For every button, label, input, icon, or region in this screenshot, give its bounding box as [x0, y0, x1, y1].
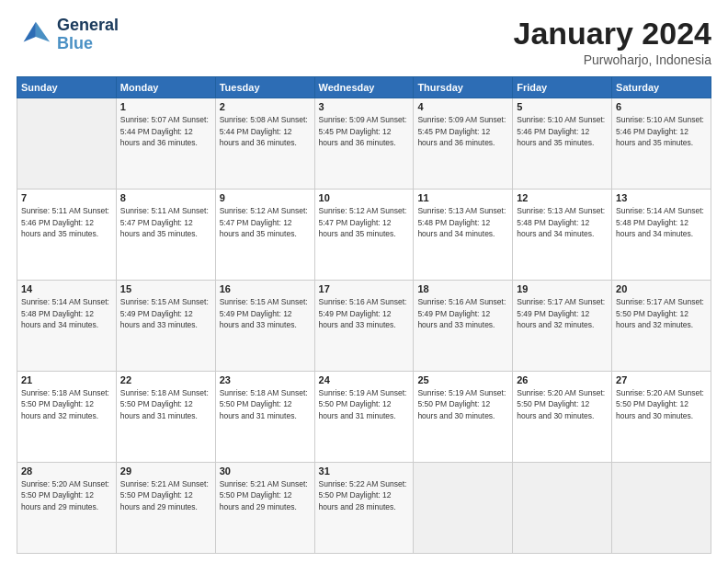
table-row: 30Sunrise: 5:21 AM Sunset: 5:50 PM Dayli… — [215, 463, 314, 554]
table-row: 6Sunrise: 5:10 AM Sunset: 5:46 PM Daylig… — [612, 98, 711, 190]
day-info: Sunrise: 5:10 AM Sunset: 5:46 PM Dayligh… — [616, 114, 707, 148]
calendar-week-row: 21Sunrise: 5:18 AM Sunset: 5:50 PM Dayli… — [17, 372, 711, 463]
calendar-week-row: 28Sunrise: 5:20 AM Sunset: 5:50 PM Dayli… — [17, 463, 711, 554]
calendar-week-row: 14Sunrise: 5:14 AM Sunset: 5:48 PM Dayli… — [17, 281, 711, 372]
svg-marker-1 — [24, 22, 36, 42]
day-info: Sunrise: 5:13 AM Sunset: 5:48 PM Dayligh… — [517, 205, 608, 239]
day-number: 3 — [319, 101, 410, 112]
day-number: 22 — [120, 374, 211, 385]
day-info: Sunrise: 5:21 AM Sunset: 5:50 PM Dayligh… — [120, 478, 211, 512]
day-info: Sunrise: 5:14 AM Sunset: 5:48 PM Dayligh… — [616, 205, 707, 239]
day-number: 28 — [21, 465, 112, 477]
day-number: 26 — [517, 374, 608, 385]
table-row: 13Sunrise: 5:14 AM Sunset: 5:48 PM Dayli… — [612, 190, 711, 281]
day-info: Sunrise: 5:16 AM Sunset: 5:49 PM Dayligh… — [417, 296, 508, 330]
table-row: 10Sunrise: 5:12 AM Sunset: 5:47 PM Dayli… — [314, 190, 414, 281]
day-number: 16 — [220, 283, 311, 294]
day-number: 30 — [220, 465, 311, 477]
table-row: 28Sunrise: 5:20 AM Sunset: 5:50 PM Dayli… — [17, 463, 117, 554]
table-row: 14Sunrise: 5:14 AM Sunset: 5:48 PM Dayli… — [17, 281, 117, 372]
table-row — [17, 98, 117, 190]
day-number: 17 — [319, 283, 410, 294]
col-monday: Monday — [116, 77, 215, 98]
day-info: Sunrise: 5:20 AM Sunset: 5:50 PM Dayligh… — [21, 478, 112, 512]
day-number: 24 — [319, 374, 410, 385]
table-row: 1Sunrise: 5:07 AM Sunset: 5:44 PM Daylig… — [116, 98, 215, 190]
day-info: Sunrise: 5:09 AM Sunset: 5:45 PM Dayligh… — [417, 114, 508, 148]
svg-marker-0 — [36, 22, 50, 42]
header: General Blue January 2024 Purwoharjo, In… — [17, 17, 711, 67]
day-number: 15 — [120, 283, 211, 294]
day-number: 23 — [220, 374, 311, 385]
title-block: January 2024 Purwoharjo, Indonesia — [514, 17, 712, 67]
calendar-table: Sunday Monday Tuesday Wednesday Thursday… — [17, 76, 711, 554]
day-number: 5 — [517, 101, 608, 112]
calendar-week-row: 1Sunrise: 5:07 AM Sunset: 5:44 PM Daylig… — [17, 98, 711, 190]
table-row: 5Sunrise: 5:10 AM Sunset: 5:46 PM Daylig… — [513, 98, 612, 190]
col-tuesday: Tuesday — [215, 77, 314, 98]
table-row: 29Sunrise: 5:21 AM Sunset: 5:50 PM Dayli… — [116, 463, 215, 554]
day-info: Sunrise: 5:14 AM Sunset: 5:48 PM Dayligh… — [21, 296, 112, 330]
day-number: 11 — [417, 192, 508, 203]
col-sunday: Sunday — [17, 77, 117, 98]
day-info: Sunrise: 5:13 AM Sunset: 5:48 PM Dayligh… — [417, 205, 508, 239]
day-number: 4 — [417, 101, 508, 112]
table-row: 7Sunrise: 5:11 AM Sunset: 5:46 PM Daylig… — [17, 190, 117, 281]
day-info: Sunrise: 5:07 AM Sunset: 5:44 PM Dayligh… — [120, 114, 211, 148]
day-number: 31 — [319, 465, 410, 477]
day-number: 10 — [319, 192, 410, 203]
table-row: 27Sunrise: 5:20 AM Sunset: 5:50 PM Dayli… — [612, 372, 711, 463]
day-number: 8 — [120, 192, 211, 203]
general-blue-logo-icon — [17, 17, 51, 52]
table-row: 25Sunrise: 5:19 AM Sunset: 5:50 PM Dayli… — [414, 372, 513, 463]
day-number: 21 — [21, 374, 112, 385]
table-row — [414, 463, 513, 554]
day-info: Sunrise: 5:16 AM Sunset: 5:49 PM Dayligh… — [319, 296, 410, 330]
day-info: Sunrise: 5:15 AM Sunset: 5:49 PM Dayligh… — [120, 296, 211, 330]
col-friday: Friday — [513, 77, 612, 98]
table-row — [513, 463, 612, 554]
table-row: 2Sunrise: 5:08 AM Sunset: 5:44 PM Daylig… — [215, 98, 314, 190]
day-number: 2 — [220, 101, 311, 112]
day-info: Sunrise: 5:20 AM Sunset: 5:50 PM Dayligh… — [616, 387, 707, 421]
day-info: Sunrise: 5:08 AM Sunset: 5:44 PM Dayligh… — [220, 114, 311, 148]
day-number: 12 — [517, 192, 608, 203]
day-info: Sunrise: 5:18 AM Sunset: 5:50 PM Dayligh… — [21, 387, 112, 421]
table-row: 8Sunrise: 5:11 AM Sunset: 5:47 PM Daylig… — [116, 190, 215, 281]
day-info: Sunrise: 5:18 AM Sunset: 5:50 PM Dayligh… — [120, 387, 211, 421]
table-row: 18Sunrise: 5:16 AM Sunset: 5:49 PM Dayli… — [414, 281, 513, 372]
calendar-header-row: Sunday Monday Tuesday Wednesday Thursday… — [17, 77, 711, 98]
table-row — [612, 463, 711, 554]
day-info: Sunrise: 5:12 AM Sunset: 5:47 PM Dayligh… — [319, 205, 410, 239]
table-row: 4Sunrise: 5:09 AM Sunset: 5:45 PM Daylig… — [414, 98, 513, 190]
day-info: Sunrise: 5:19 AM Sunset: 5:50 PM Dayligh… — [417, 387, 508, 421]
day-info: Sunrise: 5:12 AM Sunset: 5:47 PM Dayligh… — [220, 205, 311, 239]
table-row: 16Sunrise: 5:15 AM Sunset: 5:49 PM Dayli… — [215, 281, 314, 372]
table-row: 20Sunrise: 5:17 AM Sunset: 5:50 PM Dayli… — [612, 281, 711, 372]
table-row: 19Sunrise: 5:17 AM Sunset: 5:49 PM Dayli… — [513, 281, 612, 372]
day-number: 6 — [616, 101, 707, 112]
day-number: 20 — [616, 283, 707, 294]
day-number: 1 — [120, 101, 211, 112]
table-row: 11Sunrise: 5:13 AM Sunset: 5:48 PM Dayli… — [414, 190, 513, 281]
day-info: Sunrise: 5:15 AM Sunset: 5:49 PM Dayligh… — [220, 296, 311, 330]
day-info: Sunrise: 5:20 AM Sunset: 5:50 PM Dayligh… — [517, 387, 608, 421]
day-info: Sunrise: 5:10 AM Sunset: 5:46 PM Dayligh… — [517, 114, 608, 148]
logo: General Blue — [17, 17, 119, 53]
day-info: Sunrise: 5:19 AM Sunset: 5:50 PM Dayligh… — [319, 387, 410, 421]
day-info: Sunrise: 5:11 AM Sunset: 5:46 PM Dayligh… — [21, 205, 112, 239]
col-wednesday: Wednesday — [314, 77, 414, 98]
day-info: Sunrise: 5:22 AM Sunset: 5:50 PM Dayligh… — [319, 478, 410, 512]
day-number: 9 — [220, 192, 311, 203]
location: Purwoharjo, Indonesia — [514, 52, 712, 67]
day-number: 13 — [616, 192, 707, 203]
day-number: 25 — [417, 374, 508, 385]
logo-text: General Blue — [57, 17, 119, 53]
day-number: 7 — [21, 192, 112, 203]
day-number: 14 — [21, 283, 112, 294]
table-row: 21Sunrise: 5:18 AM Sunset: 5:50 PM Dayli… — [17, 372, 117, 463]
month-title: January 2024 — [514, 17, 712, 51]
page: General Blue January 2024 Purwoharjo, In… — [0, 0, 728, 563]
col-thursday: Thursday — [414, 77, 513, 98]
day-info: Sunrise: 5:11 AM Sunset: 5:47 PM Dayligh… — [120, 205, 211, 239]
